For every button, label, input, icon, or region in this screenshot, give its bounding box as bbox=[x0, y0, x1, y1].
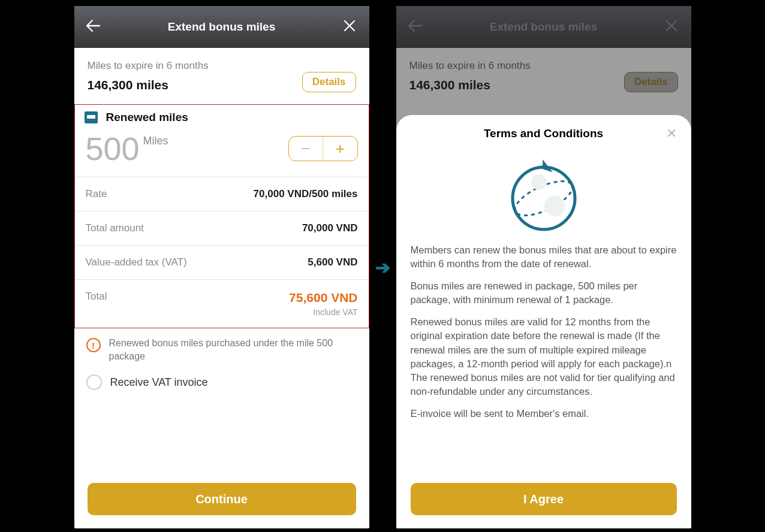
modal-close-icon[interactable]: ✕ bbox=[666, 127, 677, 140]
rate-label: Rate bbox=[86, 188, 107, 200]
decrement-button[interactable]: − bbox=[289, 137, 324, 161]
qty-value: 500 bbox=[86, 132, 140, 165]
miles-summary: Miles to expire in 6 months 146,300 mile… bbox=[74, 48, 369, 103]
renewed-title: Renewed miles bbox=[106, 111, 188, 124]
amount-label: Total amount bbox=[86, 222, 144, 234]
terms-paragraph: The renewed bonus miles are not valid fo… bbox=[411, 371, 677, 398]
app-header: Extend bonus miles bbox=[74, 6, 369, 48]
renewed-icon bbox=[85, 111, 98, 123]
arrow-right-icon: ➔ bbox=[375, 257, 390, 278]
phone-terms: Extend bonus miles Miles to expire in 6 … bbox=[396, 6, 691, 528]
details-button[interactable]: Details bbox=[302, 72, 356, 92]
vat-value: 5,600 VND bbox=[308, 256, 357, 268]
row-total: Total 75,600 VND Include VAT bbox=[75, 279, 369, 328]
rate-value: 70,000 VND/500 miles bbox=[254, 188, 358, 200]
phone-extend-miles: Extend bonus miles Miles to expire in 6 … bbox=[74, 6, 369, 528]
amount-value: 70,000 VND bbox=[302, 222, 358, 234]
modal-title: Terms and Conditions bbox=[484, 127, 603, 140]
renewed-miles-card: Renewed miles 500 Miles − + Rate 70,000 … bbox=[74, 104, 369, 328]
note-row: ! Renewed bonus miles purchased under th… bbox=[74, 328, 369, 366]
note-text: Renewed bonus miles purchased under the … bbox=[109, 337, 357, 362]
terms-modal: Terms and Conditions ✕ Members can renew… bbox=[396, 115, 691, 528]
info-icon: ! bbox=[86, 338, 101, 352]
svg-point-3 bbox=[544, 196, 565, 216]
continue-button[interactable]: Continue bbox=[88, 483, 356, 515]
total-value-number: 75,600 VND bbox=[289, 291, 357, 304]
total-include-vat: Include VAT bbox=[289, 307, 357, 317]
row-vat: Value-added tax (VAT) 5,600 VND bbox=[75, 245, 369, 279]
close-icon[interactable] bbox=[343, 19, 356, 35]
terms-paragraph: Members can renew the bonus miles that a… bbox=[411, 243, 677, 271]
qty-unit: Miles bbox=[143, 135, 168, 147]
row-rate: Rate 70,000 VND/500 miles bbox=[75, 177, 369, 211]
quantity-stepper: − + bbox=[288, 136, 358, 161]
vat-invoice-radio[interactable] bbox=[86, 374, 102, 390]
terms-paragraph: Renewed bonus miles are valid for 12 mon… bbox=[411, 315, 677, 370]
expire-miles-value: 146,300 miles bbox=[88, 78, 209, 92]
row-amount: Total amount 70,000 VND bbox=[75, 211, 369, 245]
svg-point-2 bbox=[531, 174, 547, 190]
total-label: Total bbox=[86, 291, 107, 303]
back-icon[interactable] bbox=[85, 19, 101, 35]
expire-subhead: Miles to expire in 6 months bbox=[88, 60, 209, 72]
increment-button[interactable]: + bbox=[323, 137, 357, 161]
page-title: Extend bonus miles bbox=[168, 20, 275, 34]
total-value: 75,600 VND Include VAT bbox=[289, 291, 357, 317]
terms-illustration bbox=[411, 147, 677, 243]
terms-body: Members can renew the bonus miles that a… bbox=[411, 243, 677, 421]
vat-label: Value-added tax (VAT) bbox=[86, 256, 187, 268]
terms-paragraph: Bonus miles are renewed in package, 500 … bbox=[411, 279, 677, 307]
terms-paragraph: E-invoice will be sent to Member's email… bbox=[411, 407, 677, 421]
agree-button[interactable]: I Agree bbox=[411, 483, 677, 515]
vat-invoice-row: Receive VAT invoice bbox=[74, 366, 369, 398]
vat-invoice-label: Receive VAT invoice bbox=[110, 376, 208, 389]
